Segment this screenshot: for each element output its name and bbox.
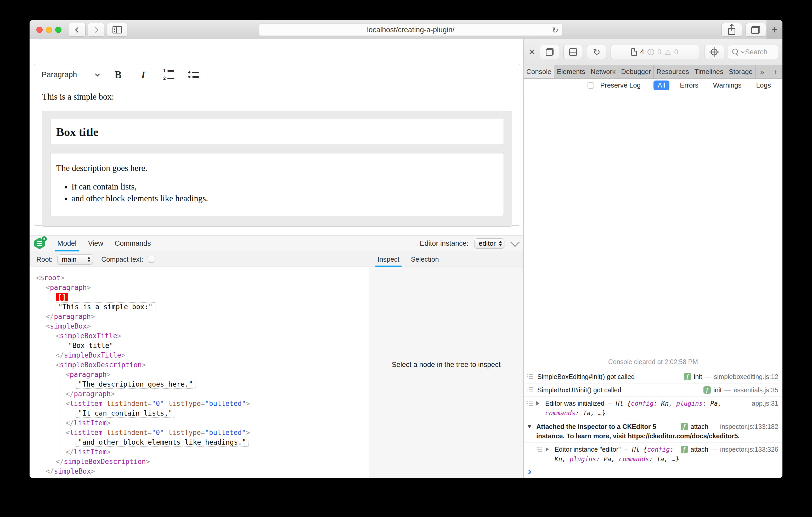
reload-icon[interactable]: ↻ — [552, 26, 558, 35]
new-tab-button[interactable]: + — [766, 20, 782, 39]
description-paragraph[interactable]: The description goes here. — [56, 163, 498, 173]
inspector-tab-storage[interactable]: Storage — [726, 65, 755, 79]
text-node-value[interactable]: "It can contain lists," — [76, 409, 175, 418]
close-window-button[interactable] — [36, 27, 42, 33]
browser-titlebar[interactable]: localhost/creating-a-plugin/ ↻ + — [30, 20, 782, 39]
stepper-icon — [87, 257, 90, 262]
tree-tag-close-paragraph[interactable]: </paragraph> — [46, 311, 369, 321]
inspector-tab-view[interactable]: View — [82, 236, 109, 251]
tree-tag-close-paragraph[interactable]: </paragraph> — [66, 389, 369, 399]
tree-text-node[interactable]: "and other block elements like headings.… — [76, 437, 369, 447]
inspector-header: 5 ModelViewCommands Editor instance: edi… — [30, 236, 523, 251]
inspector-tab-debugger[interactable]: Debugger — [618, 65, 654, 79]
inspector-tab-console[interactable]: Console — [524, 65, 554, 79]
inspector-tab-network[interactable]: Network — [588, 65, 618, 79]
dock-icon — [569, 48, 577, 56]
source-location-link[interactable]: inspector.js:133:326 — [720, 445, 778, 454]
list-item[interactable]: and other block elements like headings. — [71, 194, 498, 203]
bulleted-list-button[interactable] — [188, 67, 199, 82]
docs-link[interactable]: https://ckeditor.com/docs/ckeditor5 — [628, 432, 738, 439]
tree-selection-marker[interactable]: [] — [56, 292, 369, 302]
text-node-value[interactable]: "This is a simple box:" — [56, 302, 155, 311]
editor-instance-select[interactable]: editor — [474, 238, 504, 249]
tree-tag-open-simpleBox[interactable]: <simpleBox> — [46, 321, 369, 331]
numbered-list-button[interactable]: 1 2 — [163, 67, 174, 82]
sidebar-toggle-button[interactable] — [107, 23, 127, 37]
tree-tag-open-paragraph[interactable]: <paragraph> — [66, 370, 369, 379]
tree-tag-open-paragraph[interactable]: <paragraph> — [46, 282, 369, 292]
search-input[interactable] — [745, 48, 774, 56]
inspector-tab-model[interactable]: Model — [52, 236, 82, 251]
disclosure-open-icon[interactable] — [527, 425, 531, 428]
tree-tag-open-listItem[interactable]: <listItem listIndent="0" listType="bulle… — [66, 399, 369, 408]
tree-tag-close-simpleBoxTitle[interactable]: </simpleBoxTitle> — [56, 350, 369, 360]
inspector-tab-timelines[interactable]: Timelines — [692, 65, 726, 79]
text-node-value[interactable]: "The description goes here." — [76, 380, 196, 389]
source-location-link[interactable]: simpleboxediting.js:12 — [714, 372, 778, 381]
inspector-tab-elements[interactable]: Elements — [554, 65, 588, 79]
side-tab-inspect[interactable]: Inspect — [372, 252, 405, 267]
share-button[interactable] — [722, 23, 742, 37]
tree-text-node[interactable]: "It can contain lists," — [76, 408, 369, 418]
reload-page-button[interactable]: ↻ — [587, 45, 606, 59]
element-picker-button[interactable] — [704, 45, 724, 59]
compact-text-checkbox[interactable] — [148, 256, 155, 263]
address-bar[interactable]: localhost/creating-a-plugin/ ↻ — [259, 24, 562, 36]
tree-tag-open-simpleBoxDescription[interactable]: <simpleBoxDescription> — [56, 360, 369, 370]
editor-editable-area[interactable]: This is a simple box: Box title The desc… — [34, 85, 520, 234]
tree-tag-close-simpleBoxDescription[interactable]: </simpleBoxDescription> — [56, 457, 369, 466]
tree-text-node[interactable]: "The description goes here." — [76, 379, 369, 389]
source-location-link[interactable]: app.js:31 — [752, 399, 778, 408]
disclosure-closed-icon[interactable] — [536, 401, 540, 405]
console-pane[interactable]: Console cleared at 2:02:58 PM finit—simp… — [524, 92, 782, 478]
text-node-value[interactable]: "and other block elements like headings.… — [76, 438, 249, 447]
tree-tag-open-listItem[interactable]: <listItem listIndent="0" listType="bulle… — [66, 428, 369, 437]
forward-button[interactable] — [88, 23, 105, 37]
collapse-inspector-chevron-icon[interactable] — [510, 237, 520, 247]
resource-status-button[interactable]: 4 ! 0 ⚠ 0 — [611, 45, 699, 59]
filter-pill-logs[interactable]: Logs — [752, 81, 775, 90]
minimize-window-button[interactable] — [46, 27, 52, 33]
source-location-link[interactable]: essentials.js:35 — [733, 385, 778, 395]
inspector-tab-resources[interactable]: Resources — [654, 65, 692, 79]
simple-box-widget[interactable]: Box title The description goes here. It … — [42, 111, 512, 226]
source-location-link[interactable]: inspector.js:133:182 — [720, 422, 778, 431]
tree-tag-close-simpleBox[interactable]: </simpleBox> — [46, 466, 369, 476]
tree-text-node[interactable]: "Box title" — [66, 341, 369, 350]
close-inspector-button[interactable]: ✕ — [528, 47, 535, 57]
detach-inspector-button[interactable] — [540, 45, 559, 59]
tree-tag-open-root[interactable]: <$root> — [36, 273, 369, 282]
list-item[interactable]: It can contain lists, — [71, 182, 498, 191]
message-origin: fattach—inspector.js:133:326 — [681, 445, 779, 454]
new-inspector-tab-icon[interactable]: + — [769, 65, 782, 79]
bold-button[interactable]: B — [112, 67, 124, 82]
simple-box-description[interactable]: The description goes here. It can contai… — [50, 153, 504, 216]
filter-pill-all[interactable]: All — [654, 81, 669, 90]
back-button[interactable] — [69, 23, 86, 37]
inspector-tab-commands[interactable]: Commands — [109, 236, 157, 251]
side-tab-selection[interactable]: Selection — [405, 252, 445, 267]
more-tabs-icon[interactable]: » — [755, 65, 769, 79]
italic-button[interactable]: I — [137, 67, 149, 82]
tree-tag-close-listItem[interactable]: </listItem> — [66, 418, 369, 428]
tree-tag-close-listItem[interactable]: </listItem> — [66, 447, 369, 457]
filter-pill-errors[interactable]: Errors — [676, 81, 703, 90]
tree-text-node[interactable]: "This is a simple box:" — [56, 302, 369, 311]
tab-overview-button[interactable] — [746, 23, 766, 37]
tree-tag-close-root[interactable]: </$root> — [36, 476, 369, 478]
zoom-window-button[interactable] — [55, 27, 61, 33]
description-list[interactable]: It can contain lists,and other block ele… — [71, 182, 498, 203]
tree-tag-open-simpleBoxTitle[interactable]: <simpleBoxTitle> — [56, 331, 369, 341]
root-select[interactable]: main — [57, 254, 93, 265]
intro-paragraph[interactable]: This is a simple box: — [42, 92, 512, 102]
paragraph-style-dropdown[interactable]: Paragraph — [41, 70, 98, 79]
preserve-log-checkbox[interactable] — [587, 82, 594, 89]
disclosure-closed-icon[interactable] — [546, 447, 549, 451]
console-prompt[interactable] — [524, 466, 782, 478]
dock-inspector-button[interactable] — [563, 45, 583, 59]
filter-pill-warnings[interactable]: Warnings — [709, 81, 746, 90]
text-node-value[interactable]: "Box title" — [66, 341, 116, 350]
simple-box-title[interactable]: Box title — [50, 119, 504, 145]
model-tree[interactable]: <$root><paragraph>[]"This is a simple bo… — [30, 267, 369, 478]
inspector-search-field[interactable] — [728, 45, 778, 59]
